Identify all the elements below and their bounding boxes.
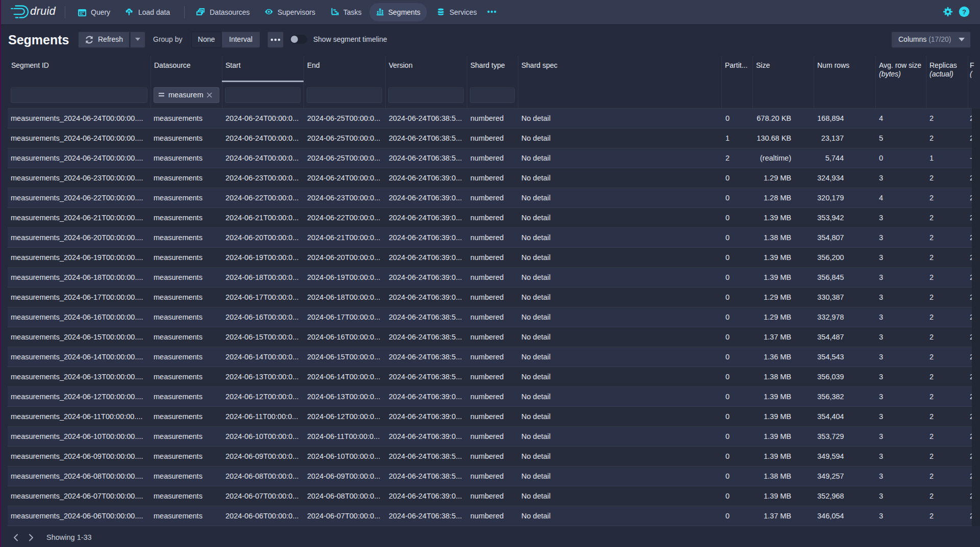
svg-text:?: ?: [962, 8, 966, 16]
